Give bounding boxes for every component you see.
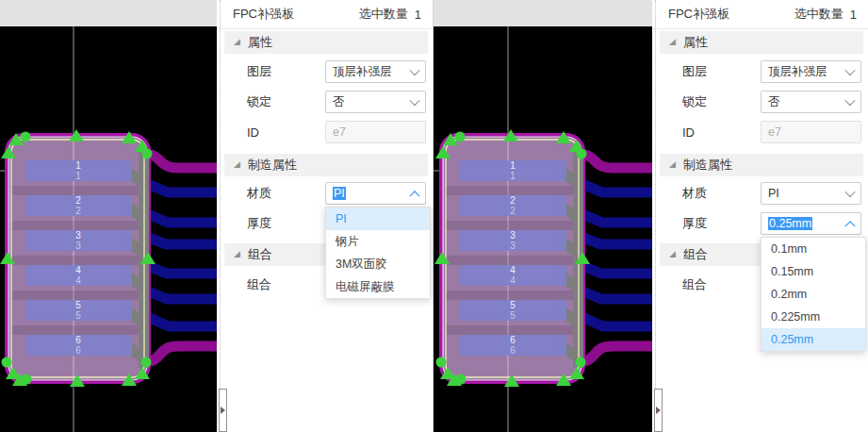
- panel-resizer[interactable]: [220, 0, 221, 432]
- dropdown-option-015[interactable]: 0.15mm: [762, 260, 865, 283]
- section-properties[interactable]: ◢ 属性: [224, 31, 428, 54]
- dropdown-option-pi[interactable]: PI: [326, 208, 430, 230]
- section-collapse-icon: ◢: [669, 37, 676, 46]
- chevron-up-icon: [409, 191, 419, 201]
- material-label: 材质: [247, 185, 325, 202]
- substrate-band: [11, 256, 144, 265]
- selection-handle[interactable]: [2, 357, 12, 368]
- thickness-label: 厚度: [247, 215, 325, 232]
- thickness-select[interactable]: 0.25mm: [761, 212, 861, 235]
- panel-collapse-handle[interactable]: [654, 389, 663, 432]
- collapse-arrow-icon: [221, 407, 225, 414]
- chevron-down-icon: [409, 95, 419, 106]
- substrate-band: [446, 291, 579, 300]
- chevron-down-icon: [844, 65, 855, 75]
- layer-select[interactable]: 顶层补强层: [325, 60, 426, 83]
- lock-select[interactable]: 否: [325, 91, 426, 113]
- pad-number: 1: [510, 160, 516, 171]
- layer-select[interactable]: 顶层补强层: [761, 60, 861, 83]
- id-label: ID: [682, 125, 761, 140]
- pad-number: 3: [510, 230, 516, 241]
- chevron-down-icon: [409, 65, 419, 75]
- layer-label: 图层: [682, 63, 761, 80]
- dropdown-option-emi[interactable]: 电磁屏蔽膜: [326, 275, 430, 298]
- pad-net-label: 3: [75, 241, 81, 251]
- thickness-dropdown: 0.1mm 0.15mm 0.2mm 0.225mm 0.25mm: [761, 237, 866, 352]
- pad-number: 4: [75, 265, 81, 275]
- material-dropdown: PI 钢片 3M双面胶 电磁屏蔽膜: [325, 207, 431, 299]
- selection-handle[interactable]: [436, 357, 447, 368]
- selection-handle[interactable]: [142, 149, 153, 159]
- panel-header: FPC补强板 选中数量1: [652, 0, 868, 29]
- pcb-canvas-right[interactable]: 112233445566: [434, 0, 652, 432]
- pad-number: 6: [510, 335, 516, 345]
- section-group-label: 组合: [248, 246, 272, 263]
- pad-net-label: 2: [510, 206, 516, 216]
- canvas-toolbar-strip: [434, 0, 652, 26]
- layer-row: 图层 顶层补强层: [247, 60, 428, 83]
- pad-number: 6: [75, 335, 81, 345]
- pcb-canvas-left[interactable]: 112233445566: [0, 0, 217, 432]
- collapse-arrow-icon: [656, 407, 661, 414]
- dropdown-option-steel[interactable]: 钢片: [326, 230, 430, 253]
- section-collapse-icon: ◢: [234, 37, 240, 46]
- material-row: 材质 PI: [682, 182, 863, 205]
- pad-net-label: 5: [75, 310, 81, 321]
- material-select[interactable]: PI: [325, 182, 426, 205]
- lock-label: 锁定: [247, 93, 325, 110]
- pad-net-label: 2: [75, 206, 81, 216]
- thickness-label: 厚度: [682, 215, 761, 232]
- id-row: ID e7: [682, 121, 863, 143]
- dropdown-option-010[interactable]: 0.1mm: [762, 238, 865, 260]
- selection-handle[interactable]: [456, 374, 467, 385]
- substrate-band: [11, 186, 144, 195]
- thickness-row: 厚度 0.25mm: [682, 212, 863, 235]
- panel-title: FPC补强板: [668, 6, 729, 23]
- pad-net-label: 5: [510, 310, 516, 321]
- pad-net-label: 6: [75, 345, 81, 356]
- id-row: ID e7: [247, 121, 428, 143]
- selection-handle[interactable]: [141, 357, 152, 368]
- section-properties[interactable]: ◢ 属性: [660, 31, 863, 54]
- section-manufacturing[interactable]: ◢ 制造属性: [224, 154, 428, 176]
- canvas-toolbar-strip: [0, 0, 217, 26]
- group-label: 组合: [682, 276, 761, 293]
- section-manufacturing-label: 制造属性: [248, 157, 297, 174]
- group-label: 组合: [247, 276, 325, 293]
- dropdown-option-025[interactable]: 0.25mm: [762, 328, 865, 351]
- section-group-label: 组合: [683, 246, 708, 263]
- chevron-down-icon: [844, 187, 855, 197]
- lock-row: 锁定 否: [682, 91, 863, 113]
- id-label: ID: [247, 125, 325, 140]
- id-input: e7: [761, 121, 861, 143]
- selection-handle[interactable]: [577, 149, 587, 159]
- material-label: 材质: [682, 185, 761, 202]
- substrate-band: [11, 291, 144, 300]
- section-collapse-icon: ◢: [669, 249, 676, 258]
- selection-handle[interactable]: [21, 132, 31, 142]
- section-properties-label: 属性: [683, 34, 708, 51]
- section-collapse-icon: ◢: [669, 159, 676, 169]
- pad-number: 1: [75, 160, 81, 171]
- lock-select[interactable]: 否: [761, 91, 861, 113]
- dropdown-option-020[interactable]: 0.2mm: [762, 283, 865, 306]
- selection-handle[interactable]: [455, 132, 466, 142]
- selection-handle[interactable]: [22, 374, 32, 385]
- panel-collapse-handle[interactable]: [219, 389, 227, 432]
- substrate-band: [446, 186, 579, 195]
- panel-resizer[interactable]: [655, 0, 656, 432]
- dropdown-option-3m[interactable]: 3M双面胶: [326, 253, 430, 275]
- material-select[interactable]: PI: [761, 182, 861, 205]
- material-row: 材质 PI: [247, 182, 428, 205]
- section-properties-label: 属性: [248, 34, 272, 51]
- pad-number: 2: [75, 195, 81, 206]
- chevron-down-icon: [844, 95, 855, 106]
- selection-handle[interactable]: [576, 357, 586, 368]
- section-manufacturing-label: 制造属性: [683, 157, 732, 174]
- chevron-up-icon: [844, 221, 855, 231]
- section-manufacturing[interactable]: ◢ 制造属性: [660, 154, 863, 176]
- substrate-band: [446, 256, 579, 265]
- pad-net-label: 1: [75, 171, 81, 181]
- dropdown-option-0225[interactable]: 0.225mm: [762, 306, 865, 328]
- layer-row: 图层 顶层补强层: [682, 60, 863, 83]
